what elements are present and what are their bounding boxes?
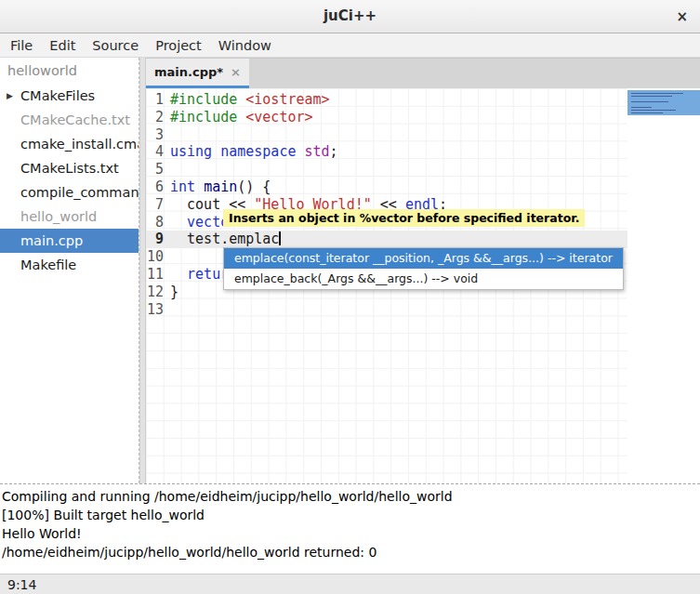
line-number: 2	[146, 109, 170, 126]
autocomplete-popup: emplace(const_iterator __position, _Args…	[223, 247, 624, 290]
file-label: CMakeLists.txt	[20, 161, 119, 176]
sidebar-item-cmakefiles[interactable]: ▶CMakeFiles	[0, 84, 139, 108]
line-number: 7	[146, 196, 170, 214]
minimap-code-line	[631, 93, 683, 94]
minimap[interactable]	[627, 88, 700, 483]
sidebar-item-hello-world[interactable]: hello_world	[0, 205, 139, 229]
file-label: CMakeFiles	[20, 88, 95, 103]
line-number: 11	[146, 266, 170, 284]
code-line-9[interactable]: 9 test.emplac	[146, 231, 627, 248]
line-number: 12	[146, 284, 170, 301]
close-icon[interactable]: ×	[676, 7, 688, 27]
tab-main-cpp[interactable]: main.cpp* ×	[146, 59, 249, 88]
minimap-code-line	[631, 101, 668, 102]
cursor-position: 9:14	[7, 577, 36, 592]
file-label: cmake_install.cmake	[20, 137, 139, 152]
sidebar-item-cmakecache-txt[interactable]: CMakeCache.txt	[0, 108, 139, 132]
app-window: juCi++ × FileEditSourceProjectWindow hel…	[0, 0, 700, 594]
completion-item[interactable]: emplace(const_iterator __position, _Args…	[224, 248, 623, 269]
sidebar-item-cmakelists-txt[interactable]: CMakeLists.txt	[0, 156, 139, 180]
line-number: 6	[146, 178, 170, 196]
menu-project[interactable]: Project	[147, 35, 210, 56]
sidebar-item-cmake-install-cmake[interactable]: cmake_install.cmake	[0, 132, 139, 156]
minimap-code-line	[631, 96, 672, 97]
expander-icon[interactable]: ▶	[7, 84, 13, 108]
line-number: 5	[146, 161, 170, 178]
file-label: compile_commands.json	[20, 185, 139, 200]
minimap-viewport[interactable]	[627, 90, 700, 115]
sidebar-item-makefile[interactable]: Makefile	[0, 253, 139, 277]
output-line: Hello World!	[2, 524, 698, 543]
output-line: Compiling and running /home/eidheim/juci…	[2, 487, 698, 506]
title-bar[interactable]: juCi++ ×	[0, 0, 700, 33]
file-tree: helloworld ▶CMakeFilesCMakeCache.txtcmak…	[0, 58, 139, 483]
code-text: test.emplac	[170, 231, 627, 248]
code-editor[interactable]: 1#include <iostream>2#include <vector>34…	[146, 88, 700, 483]
completion-item[interactable]: emplace_back(_Args &&__args...) --> void	[224, 269, 623, 289]
doc-tooltip: Inserts an object in %vector before spec…	[223, 209, 585, 227]
code-text: #include <vector>	[170, 109, 627, 126]
line-number: 13	[146, 301, 170, 319]
sidebar-item-compile-commands-json[interactable]: compile_commands.json	[0, 180, 139, 205]
menu-file[interactable]: File	[2, 35, 41, 56]
line-number: 9	[146, 231, 170, 248]
tab-label: main.cpp*	[154, 65, 223, 79]
code-line-4[interactable]: 4using namespace std;	[146, 143, 627, 161]
window-title: juCi++	[0, 0, 700, 32]
status-bar: 9:14	[0, 574, 700, 594]
menu-edit[interactable]: Edit	[41, 35, 84, 56]
editor-column: main.cpp* × 1#include <iostream>2#includ…	[146, 58, 700, 483]
minimap-code-line	[631, 107, 652, 108]
project-root-label[interactable]: helloworld	[0, 58, 139, 84]
sidebar-item-main-cpp[interactable]: main.cpp	[0, 229, 139, 253]
file-label: CMakeCache.txt	[20, 112, 130, 127]
minimap-code-line	[631, 112, 663, 113]
code-line-13[interactable]: 13	[146, 301, 627, 319]
line-number: 4	[146, 143, 170, 161]
code-text: #include <iostream>	[170, 91, 627, 109]
menu-window[interactable]: Window	[210, 35, 280, 56]
code-line-6[interactable]: 6int main() {	[146, 178, 627, 196]
file-label: main.cpp	[20, 233, 83, 248]
build-output[interactable]: Compiling and running /home/eidheim/juci…	[0, 483, 700, 574]
output-line: /home/eidheim/jucipp/hello_world/hello_w…	[2, 543, 698, 561]
output-line: [100%] Built target hello_world	[2, 506, 698, 524]
tab-close-icon[interactable]: ×	[231, 65, 241, 79]
file-tree-items: ▶CMakeFilesCMakeCache.txtcmake_install.c…	[0, 84, 139, 277]
code-text	[170, 301, 627, 319]
text-cursor	[279, 231, 281, 245]
code-line-3[interactable]: 3	[146, 126, 627, 144]
code-text	[170, 161, 627, 178]
file-label: hello_world	[20, 209, 97, 224]
menu-bar: FileEditSourceProjectWindow	[0, 33, 700, 58]
pane-resize-handle[interactable]	[139, 58, 146, 483]
code-line-5[interactable]: 5	[146, 161, 627, 178]
tab-bar: main.cpp* ×	[146, 58, 700, 88]
code-text: using namespace std;	[170, 143, 627, 161]
minimap-code-line	[631, 110, 676, 111]
code-line-1[interactable]: 1#include <iostream>	[146, 91, 627, 109]
menu-source[interactable]: Source	[84, 35, 147, 56]
file-label: Makefile	[20, 257, 76, 272]
code-text	[170, 126, 627, 144]
line-number: 3	[146, 126, 170, 144]
line-number: 1	[146, 91, 170, 109]
code-text: int main() {	[170, 178, 627, 196]
main-area: helloworld ▶CMakeFilesCMakeCache.txtcmak…	[0, 58, 700, 483]
line-number: 10	[146, 248, 170, 266]
code-line-2[interactable]: 2#include <vector>	[146, 109, 627, 126]
line-number: 8	[146, 214, 170, 231]
